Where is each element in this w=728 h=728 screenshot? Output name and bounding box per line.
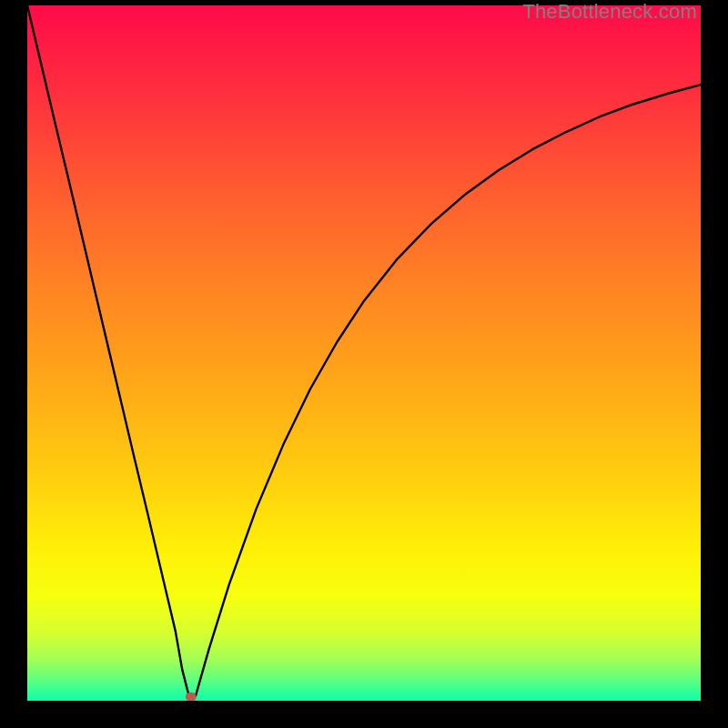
watermark-text: TheBottleneck.com: [522, 0, 697, 24]
chart-stage: TheBottleneck.com: [0, 0, 728, 728]
chart-svg: [27, 5, 701, 701]
plot-frame: [27, 5, 701, 701]
gradient-bg: [27, 5, 701, 701]
